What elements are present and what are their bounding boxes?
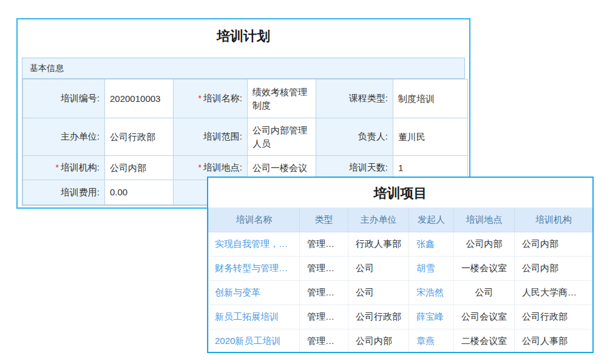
initiator-link[interactable]: 张鑫 (416, 238, 435, 249)
field-value-training-agency: 公司内部 (105, 156, 174, 180)
field-label-training-id: 培训编号: (23, 79, 105, 118)
table-row: 实现自我管理，提... 管理培训 行政人事部 张鑫 公司内部 公司内部 (209, 232, 593, 257)
type-cell: 管理培训 (300, 257, 348, 281)
training-name-cell[interactable]: 2020新员工培训 (209, 329, 300, 354)
col-header-training-name: 培训名称 (209, 208, 300, 232)
field-label-course-type: 课程类型: (316, 79, 393, 118)
training-name-cell[interactable]: 财务转型与管理会计 (209, 257, 300, 281)
initiator-link[interactable]: 胡雪 (416, 263, 435, 273)
training-project-panel: 培训项目 培训名称 类型 主办单位 发起人 培训地点 培训机构 实现自我管理，提… (207, 177, 594, 353)
host-cell: 公司 (348, 257, 409, 281)
field-label-training-name: *培训名称: (174, 79, 248, 118)
initiator-link[interactable]: 薛宝峰 (416, 311, 444, 322)
initiator-cell[interactable]: 薛宝峰 (409, 305, 454, 329)
agency-cell: 人民大学商学院 (515, 281, 593, 305)
field-value-host-unit: 公司行政部 (105, 118, 174, 156)
host-cell: 公司 (348, 281, 409, 305)
training-name-link[interactable]: 财务转型与管理会计 (215, 263, 297, 273)
field-value-person-in-charge: 董川民 (393, 118, 468, 156)
required-asterisk: * (198, 163, 201, 172)
col-header-host-unit: 主办单位 (348, 208, 409, 232)
training-name-cell[interactable]: 创新与变革 (209, 281, 300, 305)
field-label-training-agency: *培训机构: (23, 156, 105, 180)
field-label-person-in-charge: 负责人: (316, 118, 393, 156)
required-asterisk: * (198, 93, 201, 103)
col-header-agency: 培训机构 (515, 208, 593, 232)
host-cell: 公司行政部 (348, 305, 409, 329)
host-cell: 行政人事部 (348, 232, 409, 257)
table-row: 新员工拓展培训 管理培训 公司行政部 薛宝峰 公司会议室 公司行政部 (209, 305, 593, 329)
initiator-cell[interactable]: 宋浩然 (409, 281, 454, 305)
agency-cell: 公司人事部 (515, 329, 593, 354)
field-label-training-scope: 培训范围: (174, 118, 248, 156)
type-cell: 管理培训 (300, 305, 348, 329)
location-cell: 公司 (454, 281, 515, 305)
table-row: 2020新员工培训 管理培训 公司内部 章燕 二楼会议室 公司人事部 (209, 329, 593, 354)
location-cell: 一楼会议室 (454, 257, 515, 281)
field-label-host-unit: 主办单位: (23, 118, 105, 156)
initiator-cell[interactable]: 张鑫 (409, 232, 454, 257)
field-value-course-type: 制度培训 (393, 79, 468, 118)
required-asterisk: * (55, 163, 58, 172)
project-table: 培训名称 类型 主办单位 发起人 培训地点 培训机构 实现自我管理，提... 管… (208, 207, 593, 353)
table-row: 创新与变革 管理能力 公司 宋浩然 公司 人民大学商学院 (209, 281, 593, 305)
basic-info-header: 基本信息 (22, 58, 464, 79)
col-header-location: 培训地点 (454, 208, 515, 232)
training-name-link[interactable]: 新员工拓展培训 (215, 311, 279, 322)
training-name-link[interactable]: 2020新员工培训 (215, 335, 280, 346)
col-header-type: 类型 (300, 208, 348, 232)
agency-cell: 公司内部 (515, 257, 593, 281)
agency-cell: 公司行政部 (515, 305, 593, 329)
form-row: 主办单位: 公司行政部 培训范围: 公司内部管理人员 负责人: 董川民 (23, 118, 468, 156)
field-value-training-scope: 公司内部管理人员 (248, 118, 316, 156)
project-panel-title: 培训项目 (208, 178, 592, 207)
training-name-cell[interactable]: 新员工拓展培训 (209, 305, 300, 329)
initiator-cell[interactable]: 章燕 (409, 329, 454, 354)
initiator-link[interactable]: 章燕 (416, 335, 435, 346)
plan-panel-title: 培训计划 (18, 27, 469, 46)
initiator-cell[interactable]: 胡雪 (409, 257, 454, 281)
location-cell: 公司会议室 (454, 305, 515, 329)
project-table-header-row: 培训名称 类型 主办单位 发起人 培训地点 培训机构 (209, 208, 593, 232)
training-name-link[interactable]: 实现自我管理，提... (215, 238, 296, 249)
field-value-training-id: 2020010003 (105, 79, 174, 118)
field-label-training-cost: 培训费用: (23, 180, 105, 205)
initiator-link[interactable]: 宋浩然 (416, 287, 444, 297)
form-row: 培训编号: 2020010003 *培训名称: 绩效考核管理制度 课程类型: 制… (23, 79, 468, 118)
field-value-training-name: 绩效考核管理制度 (248, 79, 316, 118)
type-cell: 管理培训 (300, 232, 348, 257)
type-cell: 管理能力 (300, 281, 348, 305)
location-cell: 公司内部 (454, 232, 515, 257)
location-cell: 二楼会议室 (454, 329, 515, 354)
agency-cell: 公司内部 (515, 232, 593, 257)
type-cell: 管理培训 (300, 329, 348, 354)
training-name-link[interactable]: 创新与变革 (215, 287, 260, 297)
field-value-training-cost: 0.00 (105, 180, 174, 205)
training-name-cell[interactable]: 实现自我管理，提... (209, 232, 300, 257)
table-row: 财务转型与管理会计 管理培训 公司 胡雪 一楼会议室 公司内部 (209, 257, 593, 281)
host-cell: 公司内部 (348, 329, 409, 354)
col-header-initiator: 发起人 (409, 208, 454, 232)
